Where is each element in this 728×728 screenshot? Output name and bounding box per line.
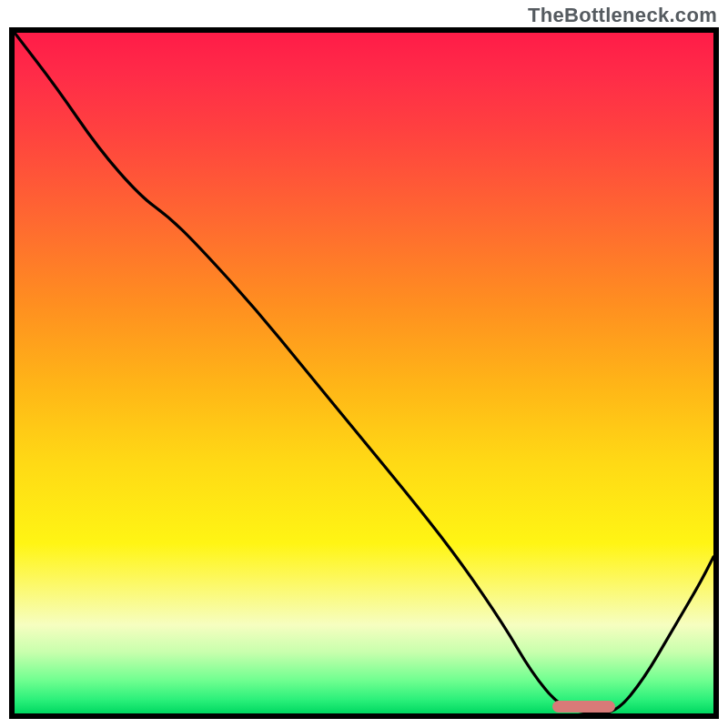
watermark-text: TheBottleneck.com — [528, 4, 717, 27]
chart-container: TheBottleneck.com — [0, 0, 728, 728]
bottleneck-curve — [15, 33, 713, 713]
plot-frame — [9, 27, 719, 719]
curve-svg — [15, 33, 713, 713]
optimal-range-marker — [552, 701, 615, 713]
